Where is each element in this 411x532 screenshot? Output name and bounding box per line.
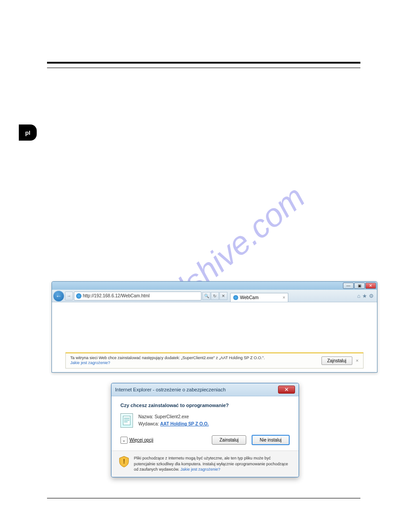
horizontal-rule-top-2 <box>47 68 360 68</box>
dialog-footer-link[interactable]: Jakie jest zagrożenie? <box>180 467 220 472</box>
dialog-labels: Nazwa: SuperClient2.exe Wydawca: AAT Hol… <box>138 413 209 428</box>
dialog-install-button[interactable]: Zainstaluj <box>212 435 246 445</box>
forward-button[interactable]: → <box>65 292 73 300</box>
minimize-button[interactable]: — <box>343 283 354 289</box>
favorites-icon[interactable]: ★ <box>362 293 367 299</box>
dialog-close-button[interactable]: ✕ <box>278 386 295 394</box>
notification-bar: Ta witryna sieci Web chce zainstalować n… <box>65 352 364 369</box>
tab-close-icon[interactable]: × <box>283 295 285 300</box>
browser-tab[interactable]: WebCam × <box>230 293 288 302</box>
horizontal-rule-bottom <box>47 498 360 498</box>
dialog-dont-install-button[interactable]: Nie instaluj <box>252 435 290 445</box>
notification-help-link[interactable]: Jakie jest zagrożenie? <box>70 360 110 365</box>
tab-strip: WebCam × <box>230 290 356 302</box>
name-label: Nazwa: <box>138 414 153 419</box>
browser-window: — ▣ ✕ ← → http://192.168.6.12/WebCam.htm… <box>51 281 377 373</box>
install-button[interactable]: Zajnstaluj <box>321 356 352 365</box>
ie-icon <box>76 293 81 299</box>
search-icon[interactable]: 🔍 <box>202 292 210 300</box>
address-bar[interactable]: http://192.168.6.12/WebCam.html <box>74 292 201 300</box>
dialog-question: Czy chcesz zainstalować to oprogramowani… <box>120 403 290 408</box>
url-text: http://192.168.6.12/WebCam.html <box>83 293 150 298</box>
dialog-info: Nazwa: SuperClient2.exe Wydawca: AAT Hol… <box>120 413 290 428</box>
more-options-toggle[interactable]: ⌄ Więcej opcji <box>120 437 153 444</box>
browser-nav-bar: ← → http://192.168.6.12/WebCam.html 🔍 ↻ … <box>52 290 377 302</box>
browser-titlebar: — ▣ ✕ <box>52 282 377 290</box>
notification-close-icon[interactable]: × <box>356 358 359 363</box>
stop-icon[interactable]: ✕ <box>219 292 227 300</box>
security-dialog: Internet Explorer - ostrzeżenie o zabezp… <box>111 383 299 477</box>
back-button[interactable]: ← <box>53 291 64 301</box>
dialog-body: Czy chcesz zainstalować to oprogramowani… <box>111 396 299 450</box>
tab-title: WebCam <box>240 295 259 300</box>
browser-content: Ta witryna sieci Web chce zainstalować n… <box>52 302 377 372</box>
svg-text:!: ! <box>123 458 125 465</box>
publisher-link[interactable]: AAT Holding SP Z O.O. <box>160 421 209 426</box>
svg-rect-2 <box>124 418 129 419</box>
shield-icon: ! <box>119 455 129 468</box>
file-icon <box>120 413 133 428</box>
svg-rect-3 <box>124 420 129 420</box>
more-options-label: Więcej opcji <box>129 438 153 442</box>
tab-favicon-icon <box>233 295 238 300</box>
home-icon[interactable]: ⌂ <box>357 293 360 299</box>
svg-rect-4 <box>124 421 128 422</box>
notification-text: Ta witryna sieci Web chce zainstalować n… <box>70 356 318 366</box>
dialog-actions: ⌄ Więcej opcji Zainstaluj Nie instaluj <box>120 435 290 445</box>
page-language-tab: pl <box>19 124 37 141</box>
dialog-footer-text: Pliki pochodzące z Internetu mogą być uż… <box>134 455 291 472</box>
refresh-icon[interactable]: ↻ <box>211 292 219 300</box>
arrow-right-icon: → <box>67 293 71 298</box>
dialog-footer: ! Pliki pochodzące z Internetu mogą być … <box>111 450 299 477</box>
close-icon: ✕ <box>284 386 289 393</box>
publisher-label: Wydawca: <box>138 421 159 426</box>
dialog-titlebar: Internet Explorer - ostrzeżenie o zabezp… <box>111 383 299 396</box>
chevron-down-icon: ⌄ <box>120 437 128 444</box>
horizontal-rule-top <box>47 62 360 64</box>
gear-icon[interactable]: ⚙ <box>369 293 374 299</box>
browser-menu-icons: ⌂ ★ ⚙ <box>357 293 376 299</box>
dialog-title: Internet Explorer - ostrzeżenie o zabezp… <box>115 387 226 392</box>
maximize-button[interactable]: ▣ <box>354 283 365 289</box>
arrow-left-icon: ← <box>56 292 62 300</box>
close-button[interactable]: ✕ <box>365 283 376 289</box>
name-value: SuperClient2.exe <box>154 414 189 419</box>
address-actions: 🔍 ↻ ✕ <box>202 292 227 300</box>
